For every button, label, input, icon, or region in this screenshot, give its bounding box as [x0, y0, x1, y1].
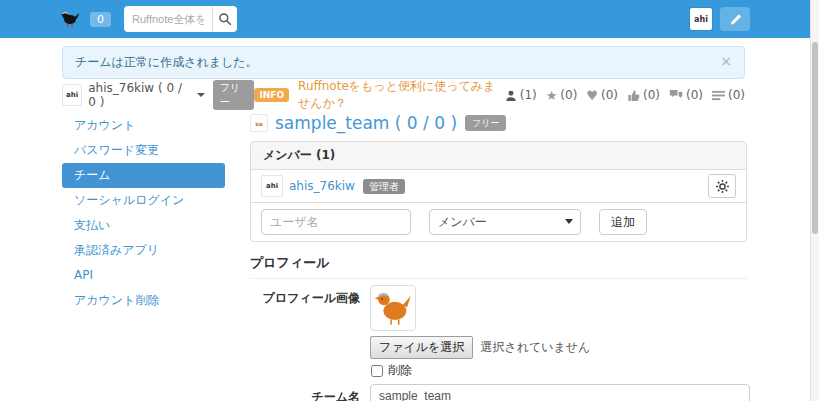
- likes-stat[interactable]: (0): [627, 88, 660, 102]
- role-badge: 管理者: [363, 179, 405, 194]
- comments-stat[interactable]: (0): [669, 88, 703, 102]
- sidebar-item-payment[interactable]: 支払い: [62, 213, 225, 238]
- content-columns: アカウント パスワード変更 チーム ソーシャルログイン 支払い 承認済みアプリ …: [62, 113, 819, 401]
- thumbs-up-icon: [627, 89, 640, 102]
- alert-message: チームは正常に作成されました。: [75, 54, 258, 71]
- team-avatar: sa: [250, 114, 268, 132]
- team-name-label: チーム名: [250, 384, 360, 401]
- add-member-button[interactable]: 追加: [599, 209, 647, 235]
- page-title: sample_team ( 0 / 0 ): [275, 113, 457, 133]
- search-input[interactable]: [124, 6, 212, 32]
- close-icon[interactable]: ×: [720, 54, 732, 68]
- section-divider: [250, 278, 747, 279]
- sidebar-item-delete-account[interactable]: アカウント削除: [62, 288, 225, 313]
- navbar-right: ahi: [690, 7, 750, 31]
- members-panel-header: メンバー (1): [251, 142, 746, 170]
- add-member-row: メンバー 追加: [251, 202, 746, 241]
- profile-image-row: プロフィール画像: [250, 285, 747, 378]
- sidebar-item-account[interactable]: アカウント: [62, 113, 225, 138]
- members-panel: メンバー (1) ahi ahis_76kiw 管理者: [250, 141, 747, 242]
- page-scrollbar: [810, 0, 819, 401]
- member-row: ahi ahis_76kiw 管理者: [251, 170, 746, 202]
- member-settings-button[interactable]: [708, 174, 736, 198]
- user-avatar-small[interactable]: ahi: [62, 84, 82, 106]
- team-title-row: sa sample_team ( 0 / 0 ) フリー: [250, 113, 747, 133]
- role-select[interactable]: メンバー: [429, 209, 581, 235]
- settings-sidebar: アカウント パスワード変更 チーム ソーシャルログイン 支払い 承認済みアプリ …: [62, 113, 225, 313]
- username-dropdown[interactable]: ahis_76kiw ( 0 / 0 ): [88, 81, 191, 109]
- team-name-row: チーム名 半角英数・ハイフン・アンダースコア・ピリオドで入力してください。(数字…: [250, 384, 747, 401]
- main-panel: sa sample_team ( 0 / 0 ) フリー メンバー (1) ah…: [250, 113, 747, 401]
- hearts-stat[interactable]: ♥ (0): [586, 88, 618, 102]
- new-note-button[interactable]: [720, 7, 750, 31]
- user-avatar[interactable]: ahi: [690, 8, 712, 30]
- sidebar-item-social-login[interactable]: ソーシャルログイン: [62, 188, 225, 213]
- success-alert: チームは正常に作成されました。 ×: [62, 46, 745, 79]
- sidebar-item-team[interactable]: チーム: [62, 163, 225, 188]
- delete-checkbox-label: 削除: [388, 362, 412, 379]
- bird-logo-icon[interactable]: [60, 9, 82, 29]
- scrollbar-thumb[interactable]: [812, 42, 818, 234]
- search-button[interactable]: [212, 6, 237, 32]
- profile-image-controls: ファイルを選択 選択されていません 削除: [370, 285, 590, 378]
- notification-count-badge[interactable]: 0: [90, 12, 111, 27]
- search-icon: [218, 12, 232, 26]
- list-icon: [712, 90, 725, 101]
- page: 0 ahi: [0, 0, 819, 401]
- notes-stat[interactable]: (0): [712, 88, 745, 102]
- promo-link[interactable]: Ruffnoteをもっと便利に使ってみませんか？: [298, 78, 496, 112]
- sidebar-item-api[interactable]: API: [62, 263, 225, 288]
- role-select-wrap: メンバー: [429, 209, 581, 235]
- team-name-input[interactable]: [370, 384, 750, 401]
- heart-icon: ♥: [586, 89, 598, 102]
- orange-bird-image: [373, 288, 413, 328]
- member-name-link[interactable]: ahis_76kiw: [289, 179, 355, 193]
- gear-icon: [716, 180, 729, 193]
- member-avatar: ahi: [261, 175, 283, 197]
- file-picker-row: ファイルを選択 選択されていません: [370, 336, 590, 359]
- user-icon: [505, 89, 517, 102]
- profile-section-heading: プロフィール: [250, 254, 747, 272]
- user-bar: ahi ahis_76kiw ( 0 / 0 ) フリー INFO Ruffno…: [62, 85, 745, 105]
- stars-stat[interactable]: ★ (0): [546, 88, 578, 102]
- profile-image-preview: [370, 285, 416, 331]
- pencil-icon: [729, 13, 742, 26]
- sidebar-item-password[interactable]: パスワード変更: [62, 138, 225, 163]
- info-badge: INFO: [254, 88, 289, 102]
- chevron-down-icon: [197, 93, 205, 97]
- global-search: [124, 6, 237, 32]
- plan-badge: フリー: [213, 80, 255, 110]
- comment-icon: [669, 89, 683, 101]
- profile-image-label: プロフィール画像: [250, 285, 360, 378]
- delete-image-checkbox[interactable]: [371, 365, 383, 377]
- top-navbar: 0 ahi: [0, 0, 810, 38]
- star-icon: ★: [546, 89, 558, 102]
- choose-file-button[interactable]: ファイルを選択: [370, 336, 473, 359]
- sidebar-item-approved-apps[interactable]: 承認済みアプリ: [62, 238, 225, 263]
- followers-stat[interactable]: (1): [505, 88, 537, 102]
- delete-checkbox-row: 削除: [370, 363, 590, 378]
- team-name-controls: 半角英数・ハイフン・アンダースコア・ピリオドで入力してください。(数字のみは不可…: [370, 384, 750, 401]
- user-bar-right: INFO Ruffnoteをもっと便利に使ってみませんか？ (1) ★ (0) …: [254, 78, 745, 112]
- member-username-input[interactable]: [261, 209, 411, 235]
- team-plan-badge: フリー: [465, 115, 506, 131]
- file-status-text: 選択されていません: [480, 339, 590, 356]
